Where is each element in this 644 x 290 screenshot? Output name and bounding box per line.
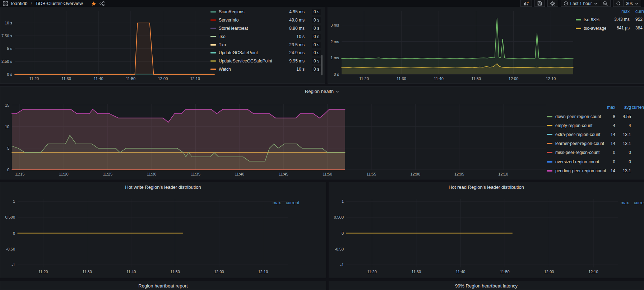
svg-text:11:55: 11:55 — [367, 172, 376, 176]
panel-tso-latency: 0 s1 ms2 ms3 ms11:2011:3011:4011:5012:00… — [328, 7, 644, 84]
series-color-swatch — [547, 152, 552, 153]
panel-title[interactable]: Region heartbeat report — [0, 283, 326, 289]
series-name[interactable]: StoreHeartbeat — [219, 26, 277, 31]
svg-text:0: 0 — [7, 168, 9, 172]
legend-row[interactable]: tso-98% 3.43 ms 952 — [576, 15, 644, 24]
series-name[interactable]: ServerInfo — [219, 18, 277, 23]
legend-header-current[interactable]: current — [635, 9, 644, 14]
legend-header-current[interactable]: current — [634, 200, 644, 205]
legend-row[interactable]: ServerInfo 49.8 ms 0 s — [210, 16, 321, 24]
series-current-value: 0 s — [305, 50, 321, 55]
series-name[interactable]: UpdateServiceGCSafePoint — [219, 59, 277, 64]
save-dashboard-button[interactable] — [534, 0, 545, 7]
svg-text:11:40: 11:40 — [434, 76, 444, 81]
legend-header-current[interactable]: current — [632, 105, 644, 110]
series-name[interactable]: Txn — [219, 42, 277, 47]
breadcrumb: loantidb / TiDB-Cluster-Overview — [3, 1, 105, 6]
svg-text:11:30: 11:30 — [147, 172, 157, 176]
series-color-swatch — [547, 161, 552, 163]
svg-text:12:10: 12:10 — [258, 270, 268, 274]
series-name[interactable]: tso-98% — [584, 17, 599, 22]
legend-row[interactable]: Tso 10 s 0 s — [210, 32, 321, 41]
breadcrumb-folder[interactable]: loantidb — [11, 1, 28, 6]
legend-scrollbar[interactable] — [321, 55, 323, 75]
legend-row[interactable]: learner-peer-region-count 14 13.1 — [547, 139, 644, 148]
svg-text:3 ms: 3 ms — [330, 23, 339, 27]
legend-row[interactable]: oversized-region-count 0 0 — [547, 157, 644, 166]
legend-row[interactable]: StoreHeartbeat 8.80 ms 0 s — [210, 24, 321, 33]
svg-text:15: 15 — [5, 103, 9, 107]
legend-row[interactable]: miss-peer-region-count 0 0 — [547, 148, 644, 157]
series-max: 0 — [613, 150, 615, 155]
svg-text:10: 10 — [5, 125, 9, 129]
legend-row[interactable]: Txn 23.5 ms 0 s — [210, 41, 321, 49]
chevron-down-icon — [635, 3, 638, 5]
zoom-out-button[interactable] — [600, 0, 611, 7]
svg-text:0.500: 0.500 — [334, 215, 344, 219]
grpc-legend: ScanRegions 4.95 ms 0 s ServerInfo 49.8 … — [210, 8, 321, 73]
legend-row[interactable]: down-peer-region-count 8 4.55 — [547, 112, 644, 121]
series-avg: 0 — [629, 159, 631, 164]
svg-text:11:50: 11:50 — [323, 172, 332, 176]
legend-row[interactable]: ScanRegions 4.95 ms 0 s — [210, 8, 321, 16]
star-icon[interactable] — [91, 1, 96, 6]
refresh-interval-label: 30s — [626, 1, 633, 6]
panel-region-heartbeat-report: Region heartbeat report — [0, 281, 326, 290]
legend-row[interactable]: UpdateGCSafePoint 24.9 ms 0 s — [210, 49, 321, 57]
dashboard-settings-button[interactable] — [547, 0, 558, 7]
apps-grid-icon[interactable] — [3, 1, 8, 6]
refresh-button[interactable] — [613, 0, 624, 7]
add-panel-button[interactable] — [520, 0, 532, 7]
legend-header-max[interactable]: max — [621, 9, 630, 14]
series-current: 952 — [635, 17, 643, 22]
legend-row[interactable]: tso-average 641 µs 384 — [576, 24, 644, 33]
series-name[interactable]: Tso — [219, 34, 277, 39]
hot-write-chart[interactable]: -1-0.5000.500111:2011:3011:4011:5012:001… — [0, 182, 326, 278]
series-color-swatch — [210, 19, 216, 21]
dashboard-title[interactable]: TiDB-Cluster-Overview — [35, 1, 83, 6]
svg-text:5: 5 — [7, 146, 9, 150]
legend-header-avg[interactable]: avg — [624, 105, 631, 110]
save-icon — [537, 1, 542, 6]
series-name[interactable]: Watch — [219, 67, 277, 72]
svg-text:11:40: 11:40 — [456, 270, 465, 274]
legend-row[interactable]: Watch 10 s 0 s — [210, 65, 321, 74]
series-max: 0 — [613, 159, 615, 164]
legend-header-current[interactable]: current — [286, 200, 299, 205]
time-range-picker[interactable]: Last 1 hour — [561, 0, 600, 7]
series-max: 3.43 ms — [614, 17, 630, 22]
series-name[interactable]: ScanRegions — [219, 9, 277, 14]
svg-text:0 s: 0 s — [7, 72, 12, 76]
legend-header-max[interactable]: max — [607, 105, 615, 110]
refresh-interval-picker[interactable]: 30s — [623, 0, 641, 7]
share-icon[interactable] — [99, 1, 105, 6]
svg-text:12:00: 12:00 — [544, 270, 554, 274]
hot-write-legend: max current — [252, 200, 299, 205]
series-max: 641 µs — [617, 25, 630, 31]
svg-text:1 ms: 1 ms — [330, 56, 339, 60]
legend-row[interactable]: pending-peer-region-count 14 13.1 — [547, 166, 644, 175]
hot-read-chart[interactable]: -1-0.5000.500111:2011:3011:4011:5012:001… — [329, 182, 644, 278]
svg-text:12:10: 12:10 — [190, 76, 200, 81]
legend-row[interactable]: empty-region-count 4 4 — [547, 121, 644, 130]
series-current-value: 0 s — [305, 18, 321, 23]
legend-header-max[interactable]: max — [273, 200, 281, 205]
series-current-value: 0 s — [305, 34, 321, 39]
series-max: 14 — [611, 168, 615, 173]
svg-text:11:45: 11:45 — [279, 172, 288, 176]
add-panel-icon — [523, 1, 529, 6]
panel-title[interactable]: 99% Region heartbeat latency — [329, 283, 644, 289]
svg-text:12:10: 12:10 — [498, 172, 508, 176]
series-name[interactable]: tso-average — [584, 26, 606, 31]
svg-text:11:30: 11:30 — [397, 76, 406, 81]
series-max: 14 — [611, 141, 615, 146]
series-avg: 0 — [629, 150, 631, 155]
series-value: 24.9 ms — [277, 50, 305, 55]
series-color-swatch — [547, 170, 552, 172]
svg-text:2 ms: 2 ms — [330, 39, 339, 44]
legend-row[interactable]: extra-peer-region-count 14 13.1 — [547, 130, 644, 139]
series-name[interactable]: UpdateGCSafePoint — [219, 50, 277, 55]
legend-row[interactable]: UpdateServiceGCSafePoint 9.95 ms 0 s — [210, 57, 321, 65]
legend-header-max[interactable]: max — [621, 200, 629, 205]
series-avg: 13.1 — [623, 168, 631, 173]
